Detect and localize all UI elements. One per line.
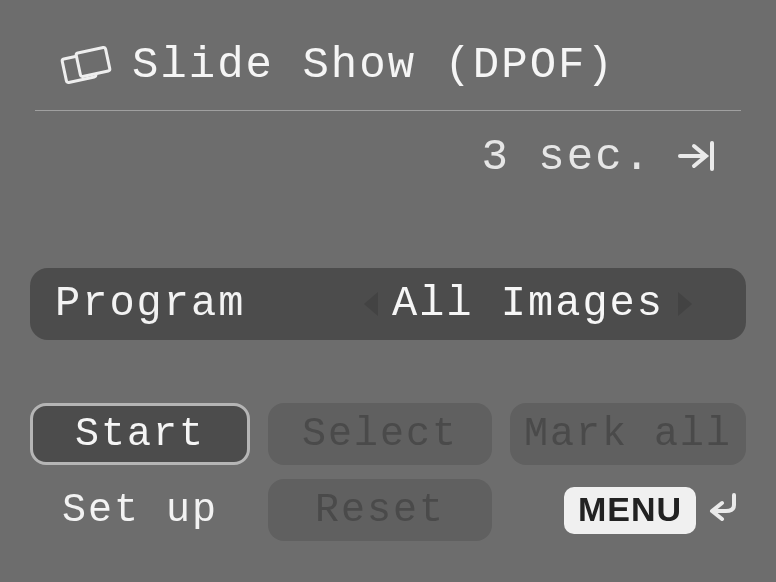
back-icon <box>706 489 740 531</box>
page-title: Slide Show (DPOF) <box>132 40 615 90</box>
setup-button[interactable]: Set up <box>30 479 250 541</box>
program-selector[interactable]: Program All Images <box>30 268 746 340</box>
camera-menu-screen: Slide Show (DPOF) 3 sec. Program All Ima… <box>0 0 776 582</box>
svg-rect-1 <box>76 47 110 77</box>
selector-label: Program <box>55 280 335 328</box>
chevron-left-icon[interactable] <box>364 292 378 316</box>
arrow-right-bar-icon <box>678 135 716 180</box>
chevron-right-icon[interactable] <box>678 292 692 316</box>
selector-value-wrap: All Images <box>335 280 721 328</box>
slideshow-icon <box>60 44 112 86</box>
button-row-1: Start Select Mark all <box>30 403 746 465</box>
menu-back-cell: MENU <box>510 479 746 541</box>
title-row: Slide Show (DPOF) <box>60 40 615 90</box>
button-row-2: Set up Reset MENU <box>30 479 746 541</box>
interval-row[interactable]: 3 sec. <box>482 132 716 182</box>
reset-button[interactable]: Reset <box>268 479 492 541</box>
divider <box>35 110 741 111</box>
mark-all-button[interactable]: Mark all <box>510 403 746 465</box>
selector-value: All Images <box>392 280 664 328</box>
select-button[interactable]: Select <box>268 403 492 465</box>
interval-value: 3 sec. <box>482 132 652 182</box>
menu-button[interactable]: MENU <box>564 487 696 534</box>
start-button[interactable]: Start <box>30 403 250 465</box>
